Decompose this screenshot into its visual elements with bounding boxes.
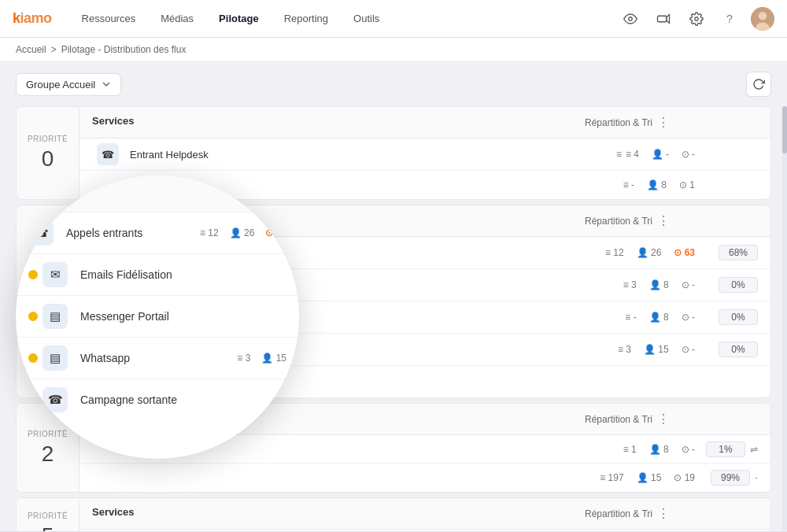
more-options-5[interactable]: ⋮ <box>657 506 670 521</box>
zoom-row-campagne: ☎ Campagne sortante <box>16 379 299 420</box>
agents-val: - <box>666 149 669 160</box>
breadcrumb-current: Pilotage - Distribution des flux <box>61 44 187 55</box>
zoom-row-emails-fid: ✉ Emails Fidélisation <box>16 254 299 296</box>
avatar[interactable] <box>751 7 774 31</box>
video-icon[interactable] <box>652 7 675 31</box>
zoom-overlay: Services ☎ Appels entrants ≡ 12 👤 26 ⊙ 6… <box>16 175 299 459</box>
priority-label-5: PRIORITÉ 5 <box>17 498 79 531</box>
service-row-emails-relance: ▤ Emails relance ≡ 3 👤 8 ⊙ - N/A <box>79 530 770 531</box>
priority-content-5: Services Répartition & Tri ⋮ ▤ Emails re… <box>79 498 770 531</box>
more-options-2[interactable]: ⋮ <box>657 412 670 427</box>
group-label: Groupe Accueil <box>26 79 95 91</box>
stat-queue: ≡ ≡ 4 <box>616 149 639 160</box>
stats-p2-2: ≡ 197 👤 15 ⊙ 19 <box>600 472 695 483</box>
repartition-label-5: Répartition & Tri <box>585 508 652 519</box>
zoom-messenger-icon: ▤ <box>42 304 68 329</box>
repartition-header-2: Répartition & Tri ⋮ <box>585 412 758 427</box>
scrollbar-thumb[interactable] <box>782 106 787 153</box>
scrollbar-track <box>782 106 787 531</box>
main-content: PRIORITÉ 0 Services Répartition & Tri ⋮ … <box>0 106 787 531</box>
stats-p2-1: ≡ 1 👤 8 ⊙ - <box>623 444 695 455</box>
stats-appels: ≡ 12 👤 26 ⊙ 63 <box>605 247 695 258</box>
breadcrumb-home[interactable]: Accueil <box>16 44 46 55</box>
nav-medias[interactable]: Médias <box>150 8 205 29</box>
repartition-header-0: Répartition & Tri ⋮ <box>585 115 758 130</box>
priority-num-5: 5 <box>42 523 54 532</box>
zoom-row-whatsapp: ▤ Whatsapp ≡ 3 👤 15 <box>16 338 299 379</box>
zoom-name-messenger: Messenger Portail <box>74 310 286 323</box>
priority-section-5: PRIORITÉ 5 Services Répartition & Tri ⋮ … <box>16 497 771 531</box>
svg-rect-1 <box>658 16 667 22</box>
more-options-0[interactable]: ⋮ <box>657 115 670 130</box>
top-navigation: kiamo Ressources Médias Pilotage Reporti… <box>0 0 787 38</box>
nav-menu: Ressources Médias Pilotage Reporting Out… <box>71 8 619 29</box>
repartition-label-0: Répartition & Tri <box>585 117 652 128</box>
stat-waiting: ⊙ - <box>682 149 695 160</box>
breadcrumb-separator: > <box>51 44 57 55</box>
repartition-header-5: Répartition & Tri ⋮ <box>585 506 758 521</box>
nav-pilotage[interactable]: Pilotage <box>208 8 270 29</box>
gear-icon[interactable] <box>685 7 708 31</box>
priority-title-0: PRIORITÉ <box>28 135 68 143</box>
service-name-helpdesk: Entrant Helpdesk <box>124 149 616 161</box>
eye-icon[interactable] <box>619 7 642 31</box>
badge-p2-2: 99% <box>711 470 750 486</box>
priority-title-2: PRIORITÉ <box>28 430 68 438</box>
svg-point-3 <box>695 17 699 20</box>
toolbar: Groupe Accueil <box>0 62 787 106</box>
service-stats-helpdesk: ≡ ≡ 4 👤 - ⊙ - <box>616 149 695 160</box>
sub-stat3: ⊙ 1 <box>679 179 695 190</box>
nav-ressources[interactable]: Ressources <box>71 8 147 29</box>
zoom-name-whatsapp: Whatsapp <box>74 352 237 364</box>
zoom-dot-whatsapp <box>28 353 38 363</box>
nav-outils[interactable]: Outils <box>342 8 390 29</box>
nav-icons: ? <box>619 7 774 31</box>
svg-point-5 <box>759 12 767 20</box>
zoom-dot-messenger <box>28 312 38 321</box>
services-header-label-0: Services <box>92 115 585 130</box>
zoom-whatsapp-icon: ▤ <box>42 345 68 371</box>
repartition-label-2: Répartition & Tri <box>585 414 652 425</box>
dash-label: - <box>755 472 758 483</box>
priority-title-5: PRIORITÉ <box>28 512 68 520</box>
help-icon[interactable]: ? <box>718 7 741 31</box>
stat-agents: 👤 - <box>652 149 669 160</box>
nav-reporting[interactable]: Reporting <box>273 8 339 29</box>
sub-stat2: 👤 8 <box>647 179 667 190</box>
sub-stat1: ≡ - <box>623 179 634 190</box>
zoom-name-campagne: Campagne sortante <box>74 393 286 406</box>
zoom-dot-emails-fid <box>28 270 38 279</box>
priority-num-2: 2 <box>42 441 54 467</box>
zoom-stats-whatsapp: ≡ 3 👤 15 <box>237 353 286 364</box>
service-row-helpdesk: ☎ Entrant Helpdesk ≡ ≡ 4 👤 - ⊙ - <box>79 139 770 171</box>
priority-label-0: PRIORITÉ 0 <box>17 107 79 199</box>
repartition-header-1: Répartition & Tri ⋮ <box>585 213 758 228</box>
service-row-p2-2: ≡ 197 👤 15 ⊙ 19 99% - <box>79 464 770 492</box>
stat-a-appels: 👤 26 <box>637 247 662 258</box>
services-header-0: Services Répartition & Tri ⋮ <box>79 107 770 139</box>
svg-marker-2 <box>667 14 670 23</box>
badge-whatsapp: 0% <box>719 342 758 357</box>
zoom-row-messenger: ▤ Messenger Portail <box>16 296 299 338</box>
services-header-5: Services Répartition & Tri ⋮ <box>79 498 770 530</box>
stat-w-appels: ⊙ 63 <box>674 247 695 258</box>
svg-point-0 <box>629 17 633 20</box>
stats-whatsapp: ≡ 3 👤 15 ⊙ - <box>618 344 695 355</box>
services-header-label-5: Services <box>92 506 585 521</box>
zoom-mail-icon: ✉ <box>42 262 68 287</box>
priority-num-0: 0 <box>42 146 54 172</box>
badge-messenger: 0% <box>719 309 758 325</box>
chevron-down-icon <box>102 79 111 89</box>
group-dropdown[interactable]: Groupe Accueil <box>16 73 121 96</box>
more-options-1[interactable]: ⋮ <box>657 213 670 228</box>
service-icon-cell-helpdesk: ☎ <box>92 143 124 165</box>
zoom-name-appels: Appels entrants <box>60 227 200 239</box>
badge-emails-fid: 0% <box>719 277 758 293</box>
zoom-name-emails-fid: Emails Fidélisation <box>74 268 286 281</box>
stats-emails-fid: ≡ 3 👤 8 ⊙ - <box>623 279 695 290</box>
waiting-icon: ⊙ <box>682 149 689 160</box>
refresh-button[interactable] <box>746 72 771 97</box>
app-logo: kiamo <box>13 10 52 27</box>
waiting-val: - <box>692 149 695 160</box>
stats-messenger: ≡ - 👤 8 ⊙ - <box>625 312 695 323</box>
